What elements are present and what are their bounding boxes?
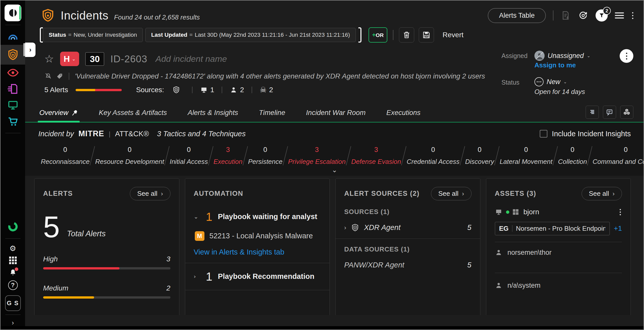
tactic-collection[interactable]: 0 Collection <box>555 146 589 166</box>
add-or-filter-button[interactable]: +OR <box>369 27 387 43</box>
tactic-defense-evasion[interactable]: 3 Defense Evasion <box>349 146 404 166</box>
sources-divider <box>192 87 193 93</box>
tab-executions[interactable]: Executions <box>386 105 421 122</box>
attack-logo: ATT&CK® <box>115 130 149 138</box>
high-severity-count: 3 <box>166 255 170 263</box>
tactic-persistence[interactable]: 0 Persistence <box>246 146 285 166</box>
tab-overview[interactable]: Overview <box>39 105 78 122</box>
tactic-command-and-control[interactable]: 0 Command and Control <box>590 146 644 166</box>
help-icon: ? <box>8 280 18 290</box>
tactic-initial-access[interactable]: 0 Initial Access <box>167 146 211 166</box>
status-dropdown[interactable]: New ⌄ <box>534 77 585 86</box>
include-insights-control[interactable]: Include Incident Insights <box>540 130 631 138</box>
building-blocks-button[interactable] <box>620 106 633 119</box>
view-alerts-insights-link[interactable]: View in Alerts & Insights tab <box>194 248 284 256</box>
sidebar-item-endpoints[interactable] <box>1 97 25 113</box>
playbook-recommendation-row[interactable]: › 1 Playbook Recommendation <box>194 270 321 283</box>
bell-slash-icon[interactable] <box>44 72 52 80</box>
summary-view-button[interactable] <box>586 106 599 119</box>
sidebar-item-automation-ring[interactable] <box>1 219 25 235</box>
filters-button[interactable]: 2 <box>596 9 608 22</box>
tactic-privilege-escalation[interactable]: 3 Privilege Escalation <box>286 146 348 166</box>
playbook-waiting-row[interactable]: ⌄ 1 Playbook waiting for analyst <box>194 210 321 224</box>
comments-button[interactable] <box>603 106 616 119</box>
sidebar-item-threat-intel[interactable] <box>1 65 25 81</box>
tactic-name: Execution <box>214 158 242 166</box>
panw-xdr-agent-row[interactable]: PANW/XDR Agent 5 <box>344 261 472 269</box>
sidebar-item-marketplace[interactable] <box>1 113 25 129</box>
delete-filter-button[interactable] <box>399 27 414 43</box>
threats-count: 2 <box>269 86 273 94</box>
tag-icon[interactable] <box>56 73 63 80</box>
tab-key-assets[interactable]: Key Assets & Artifacts <box>99 105 167 122</box>
document-icon <box>7 83 19 95</box>
threat-count-group[interactable]: ☠ 2 <box>260 86 273 94</box>
menu-button[interactable] <box>615 12 624 18</box>
more-options-button[interactable] <box>631 11 634 20</box>
expand-panel-tab[interactable]: › <box>25 43 36 57</box>
filter-field: Status <box>49 32 66 38</box>
sidebar-item-xsiam[interactable] <box>1 29 25 45</box>
incident-actions-button[interactable] <box>620 49 633 63</box>
filter-chip-last-updated[interactable]: Last Updated = Last 30D (May 22nd 2023 1… <box>145 28 356 42</box>
users-count-group[interactable]: 2 <box>230 86 244 94</box>
automation-alert-item[interactable]: M 52213 - Local Analysis Malware <box>195 231 321 241</box>
help-button[interactable]: ? <box>1 279 25 292</box>
sidebar-scrollbar-thumb[interactable] <box>23 43 25 56</box>
export-report-button[interactable] <box>561 10 571 21</box>
sidebar-divider <box>5 133 21 133</box>
filter-chip-status[interactable]: Status = New, Under Investigation <box>43 28 143 42</box>
card-divider <box>185 263 330 263</box>
sidebar-item-reports[interactable] <box>1 81 25 97</box>
ring-icon <box>7 221 19 232</box>
automation-alert-label: 52213 - Local Analysis Malware <box>210 232 313 240</box>
notifications-button[interactable] <box>1 266 25 279</box>
tactic-credential-access[interactable]: 0 Credential Access <box>404 146 462 166</box>
tactic-discovery[interactable]: 0 Discovery <box>463 146 497 166</box>
settings-button[interactable]: ⚙ <box>1 242 25 254</box>
host-asset-row[interactable]: bjorn <box>495 208 622 216</box>
user-asset-row[interactable]: n/a\system <box>495 282 622 289</box>
alert-sources-see-all-button[interactable]: See all › <box>431 187 472 200</box>
chevron-right-icon[interactable]: › <box>194 273 200 280</box>
tab-alerts-insights[interactable]: Alerts & Insights <box>188 105 238 122</box>
alerts-table-button[interactable]: Alerts Table <box>488 8 546 23</box>
star-icon[interactable]: ☆ <box>44 54 54 64</box>
sidebar-item-incidents[interactable] <box>1 45 25 65</box>
align-lines-icon <box>588 108 596 116</box>
tactic-execution[interactable]: 3 Execution <box>211 146 245 166</box>
endpoint-group-chip[interactable]: EG Norsemen - Pro Block Endpoin... <box>495 222 610 235</box>
tab-label: Executions <box>386 109 421 117</box>
tactic-reconnaissance[interactable]: 0 Reconnaissance <box>38 146 92 166</box>
apps-launcher-button[interactable] <box>1 254 25 266</box>
host-actions-button[interactable] <box>619 208 622 216</box>
tactic-resource-development[interactable]: 0 Resource Development <box>93 146 167 166</box>
alert-sources-card: ALERT SOURCES (2) See all › SOURCES (1) … <box>335 178 480 315</box>
endpoint-group-more-link[interactable]: +1 <box>614 224 622 232</box>
tab-war-room[interactable]: Incident War Room <box>306 105 365 122</box>
chevron-down-icon[interactable]: ⌄ <box>194 213 200 220</box>
xdr-agent-source-row[interactable]: › XDR Agent 5 <box>344 223 472 232</box>
assign-to-me-link[interactable]: Assign to me <box>534 61 590 69</box>
alerts-see-all-button[interactable]: See all › <box>130 187 170 200</box>
see-all-label: See all <box>589 190 609 198</box>
high-severity-fill <box>43 267 119 269</box>
incident-name-input[interactable]: Add incident name <box>155 54 227 64</box>
save-filter-button[interactable] <box>419 27 434 43</box>
assets-see-all-button[interactable]: See all › <box>582 187 622 200</box>
include-insights-checkbox[interactable] <box>540 130 547 138</box>
tactic-lateral-movement[interactable]: 0 Lateral Movement <box>497 146 555 166</box>
user-asset-row[interactable]: norsemen\thor <box>495 249 622 257</box>
assignee-dropdown[interactable]: Unassigned ⌄ <box>534 51 590 61</box>
overview-cards: ALERTS See all › 5 Total Alerts High 3 <box>25 178 643 315</box>
chevron-right-icon[interactable]: › <box>344 224 346 231</box>
collapse-chevron-icon[interactable]: ⌄ <box>332 168 337 172</box>
user-avatar[interactable]: G S <box>5 295 21 311</box>
data-source-count: 5 <box>467 261 471 269</box>
tab-timeline[interactable]: Timeline <box>259 105 285 122</box>
severity-dropdown[interactable]: H ⌄ <box>60 52 79 66</box>
cortex-logo[interactable] <box>5 5 21 21</box>
refresh-button[interactable] <box>578 10 588 21</box>
hosts-count-group[interactable]: 1 <box>200 86 214 94</box>
revert-button[interactable]: Revert <box>443 31 463 39</box>
